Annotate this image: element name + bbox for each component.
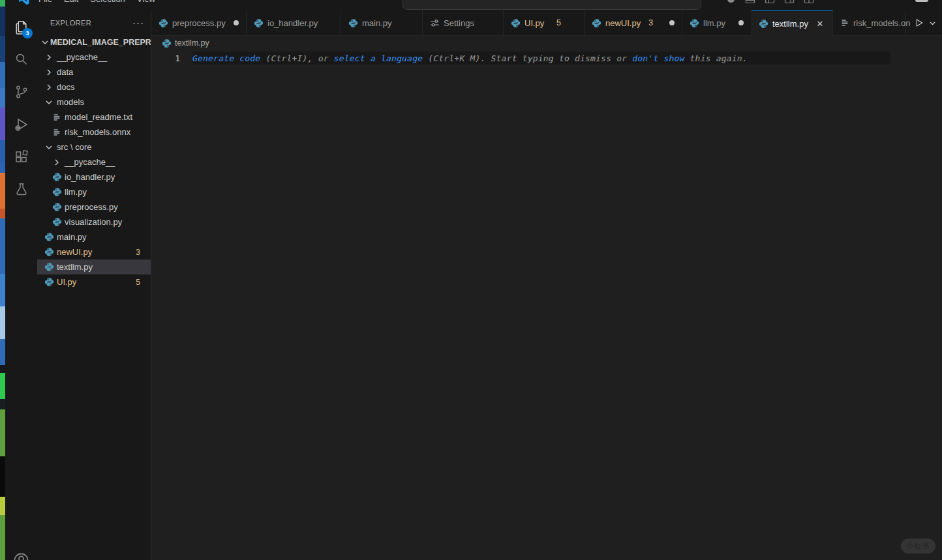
tree-item-label: src \ core <box>57 142 91 152</box>
python-icon <box>52 217 62 227</box>
problems-badge: 3 <box>136 248 140 257</box>
python-icon <box>592 18 601 28</box>
tree-item-textllm.py[interactable]: textllm.py <box>37 259 151 274</box>
tree-item-risk_models.onnx[interactable]: risk_models.onnx <box>37 125 151 140</box>
dirty-dot-icon <box>669 20 675 25</box>
tree-item-UI.py[interactable]: UI.py 5 <box>37 274 151 289</box>
tab-textllm.py[interactable]: textllm.py ✕ <box>752 10 833 37</box>
layout-panel-icon[interactable] <box>745 0 755 5</box>
chevron-down-icon <box>40 37 50 48</box>
menu-item-selection[interactable]: Selection <box>84 0 130 5</box>
copilot-icon[interactable] <box>726 0 736 5</box>
tab-main.py[interactable]: main.py <box>341 10 423 35</box>
tab-Settings[interactable]: Settings <box>423 10 504 35</box>
breadcrumb[interactable]: textllm.py <box>151 36 942 50</box>
account-icon[interactable] <box>12 552 30 560</box>
tree-item-preprocess.py[interactable]: preprocess.py <box>37 199 151 214</box>
activity-explorer[interactable]: 3 <box>5 10 37 43</box>
activity-bar: 3 <box>5 10 37 560</box>
tab-label: newUI.py <box>605 18 641 28</box>
activity-extensions[interactable] <box>5 141 37 173</box>
tree-item-srccore[interactable]: src \ core <box>37 140 151 155</box>
activity-run-debug[interactable] <box>5 108 37 141</box>
tree-item-label: visualization.py <box>65 217 122 227</box>
tree-item-newUI.py[interactable]: newUI.py 3 <box>37 244 151 259</box>
tree-item-models[interactable]: models <box>37 95 151 110</box>
tab-risk_models.on[interactable]: risk_models.on <box>833 10 906 35</box>
menu-item-view[interactable]: View <box>131 0 161 5</box>
tree-item-label: docs <box>57 82 74 92</box>
activity-source-control[interactable] <box>5 76 37 108</box>
activity-search[interactable] <box>5 43 37 76</box>
tab-bar: preprocess.py io_handler.py main.py Sett… <box>151 10 942 36</box>
tree-item-data[interactable]: data <box>37 65 151 80</box>
desktop-strip-segment <box>0 218 5 274</box>
tab-label: main.py <box>362 18 392 28</box>
tab-label: risk_models.on <box>853 18 910 28</box>
editor-hint-text: Generate code (Ctrl+I), or select a lang… <box>192 52 890 65</box>
run-dropdown[interactable] <box>927 18 938 29</box>
filelines-icon <box>840 18 849 27</box>
desktop-strip-segment <box>0 339 5 365</box>
breadcrumb-file: textllm.py <box>175 38 209 48</box>
run-debug-icon <box>14 117 29 132</box>
tab-label: io_handler.py <box>267 18 318 28</box>
hint-link[interactable]: don't show <box>632 53 684 63</box>
desktop-strip-segment <box>0 274 5 306</box>
chevron-down-icon <box>44 97 54 108</box>
tab-io_handler.py[interactable]: io_handler.py <box>247 10 341 35</box>
layout-sidebar-icon[interactable] <box>765 0 775 5</box>
chevron-right-icon <box>44 67 54 78</box>
chevron-down-icon <box>44 142 54 153</box>
source-control-icon <box>14 84 29 100</box>
explorer-header: EXPLORER ··· <box>37 10 151 35</box>
settings-icon <box>430 18 440 28</box>
tab-problems-badge: 5 <box>556 18 561 27</box>
menu-item-file[interactable]: File <box>33 0 58 5</box>
tab-label: preprocess.py <box>172 18 226 28</box>
python-icon <box>52 172 62 182</box>
desktop-strip-segment <box>0 497 5 515</box>
tab-llm.py[interactable]: llm.py <box>682 10 752 35</box>
hint-link[interactable]: Generate code <box>192 53 260 63</box>
workspace-section-header[interactable]: MEDICAL_IMAGE_PREPRO... <box>37 35 151 50</box>
tree-item-llm.py[interactable]: llm.py <box>37 184 151 199</box>
tree-item-docs[interactable]: docs <box>37 80 151 95</box>
activity-testing[interactable] <box>5 173 37 206</box>
explorer-sidebar: EXPLORER ··· MEDICAL_IMAGE_PREPRO... __p… <box>37 10 151 560</box>
layout-secondary-icon[interactable] <box>784 0 795 5</box>
menu-item-edit[interactable]: Edit <box>58 0 84 5</box>
dirty-dot-icon <box>234 20 239 25</box>
desktop-strip-segment <box>0 515 5 560</box>
tab-UI.py[interactable]: UI.py 5 <box>504 10 585 35</box>
desktop-strip-segment <box>0 163 5 173</box>
tree-item-__pycache__[interactable]: __pycache__ <box>37 155 151 169</box>
tab-preprocess.py[interactable]: preprocess.py <box>151 10 247 35</box>
code-line-1: 1 Generate code (Ctrl+I), or select a la… <box>151 51 942 65</box>
titlebar-layout-controls <box>726 0 814 5</box>
python-icon <box>44 232 54 242</box>
window-control-icon[interactable] <box>915 0 928 2</box>
tab-label: llm.py <box>703 18 725 28</box>
desktop-strip-segment <box>0 62 5 88</box>
layout-customize-icon[interactable] <box>804 0 814 5</box>
tree-item-main.py[interactable]: main.py <box>37 229 151 244</box>
tree-item-model_readme.txt[interactable]: model_readme.txt <box>37 110 151 125</box>
hint-text: this again. <box>685 53 748 63</box>
python-icon <box>511 18 521 28</box>
hint-link[interactable]: select a language <box>334 53 423 63</box>
tab-newUI.py[interactable]: newUI.py 3 <box>585 10 682 35</box>
python-icon <box>348 18 358 28</box>
tree-item-visualization.py[interactable]: visualization.py <box>37 214 151 229</box>
tree-item-label: risk_models.onnx <box>65 127 130 137</box>
run-button[interactable] <box>913 16 926 29</box>
python-icon <box>254 18 264 28</box>
explorer-more-actions-button[interactable]: ··· <box>132 20 144 26</box>
tree-item-io_handler.py[interactable]: io_handler.py <box>37 169 151 184</box>
command-center[interactable] <box>403 0 701 10</box>
python-icon <box>44 277 54 287</box>
tree-item-label: main.py <box>57 232 87 242</box>
tree-item-__pycache__[interactable]: __pycache__ <box>37 50 151 65</box>
close-icon[interactable]: ✕ <box>815 19 825 29</box>
editor-pane[interactable]: 1 Generate code (Ctrl+I), or select a la… <box>151 50 942 560</box>
